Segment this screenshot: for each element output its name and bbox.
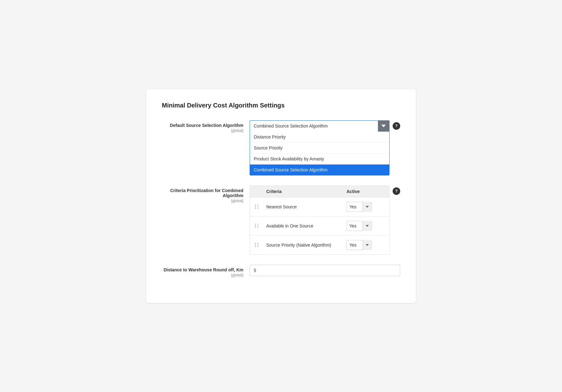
criteria-help-icon[interactable]: ? — [393, 187, 400, 195]
drag-icon-nearest — [255, 205, 259, 209]
drag-icon-available — [255, 224, 259, 228]
mini-select-available[interactable]: Yes — [347, 221, 372, 231]
mini-arrow-nearest[interactable] — [363, 202, 371, 212]
criteria-table-header: Criteria Active — [250, 186, 389, 197]
criteria-with-help: Criteria Active — [250, 186, 400, 255]
dropdown-arrow-icon[interactable] — [378, 120, 389, 132]
criteria-row-nearest: Nearest Source Yes — [250, 197, 389, 217]
criteria-row-source-priority: Source Priority (Native Algorithm) Yes — [250, 236, 389, 254]
default-source-help-icon[interactable]: ? — [393, 122, 400, 130]
criteria-name-available: Available in One Source — [266, 223, 347, 228]
distance-row: Distance to Warehouse Round off, Km [glo… — [162, 265, 400, 277]
drag-handle-nearest[interactable] — [255, 205, 266, 209]
criteria-label: Criteria Prioritization for Combined Alg… — [162, 186, 250, 203]
criteria-row-available: Available in One Source Yes — [250, 217, 389, 236]
drag-handle-available[interactable] — [255, 224, 266, 228]
mini-arrow-source-priority[interactable] — [363, 240, 371, 250]
default-source-with-help: Combined Source Selection Algorithm Dist… — [250, 120, 400, 175]
criteria-name-nearest: Nearest Source — [266, 204, 347, 209]
default-source-select[interactable]: Combined Source Selection Algorithm Dist… — [250, 120, 390, 175]
select-display[interactable]: Combined Source Selection Algorithm — [250, 120, 390, 132]
distance-label: Distance to Warehouse Round off, Km [glo… — [162, 265, 250, 277]
dropdown-item-source[interactable]: Source Priority — [250, 143, 389, 154]
dropdown-list: Distance Priority Source Priority Produc… — [250, 132, 390, 175]
mini-val-source-priority: Yes — [347, 243, 363, 248]
criteria-active-available: Yes — [347, 221, 384, 231]
default-source-label: Default Source Selection Algorithm [glob… — [162, 120, 250, 133]
mini-arrow-available[interactable] — [363, 221, 371, 231]
distance-input[interactable] — [250, 265, 400, 276]
drag-icon-source-priority — [255, 243, 259, 247]
default-source-control: Combined Source Selection Algorithm Dist… — [250, 120, 400, 175]
mini-select-source-priority[interactable]: Yes — [347, 240, 372, 250]
criteria-table: Criteria Active — [250, 186, 390, 255]
criteria-control: Criteria Active — [250, 186, 400, 255]
criteria-name-source-priority: Source Priority (Native Algorithm) — [266, 243, 347, 248]
mini-select-nearest[interactable]: Yes — [347, 202, 372, 212]
settings-card: Minimal Delivery Cost Algorithm Settings… — [146, 89, 416, 303]
default-source-row: Default Source Selection Algorithm [glob… — [162, 120, 400, 175]
drag-handle-source-priority[interactable] — [255, 243, 266, 247]
col-active-header: Active — [347, 189, 384, 194]
distance-control — [250, 265, 400, 276]
dropdown-item-product-stock[interactable]: Product Stock Availability by Amasty — [250, 154, 389, 165]
criteria-row: Criteria Prioritization for Combined Alg… — [162, 186, 400, 255]
dropdown-item-distance[interactable]: Distance Priority — [250, 132, 389, 143]
mini-val-available: Yes — [347, 223, 363, 228]
criteria-active-nearest: Yes — [347, 202, 384, 212]
col-handle-header — [255, 189, 266, 194]
page-title: Minimal Delivery Cost Algorithm Settings — [162, 102, 400, 109]
mini-val-nearest: Yes — [347, 204, 363, 209]
selected-option-text: Combined Source Selection Algorithm — [250, 123, 378, 128]
criteria-table-container: Criteria Active — [250, 186, 390, 255]
dropdown-item-combined[interactable]: Combined Source Selection Algorithm — [250, 165, 389, 175]
col-criteria-header: Criteria — [266, 189, 347, 194]
criteria-active-source-priority: Yes — [347, 240, 384, 250]
